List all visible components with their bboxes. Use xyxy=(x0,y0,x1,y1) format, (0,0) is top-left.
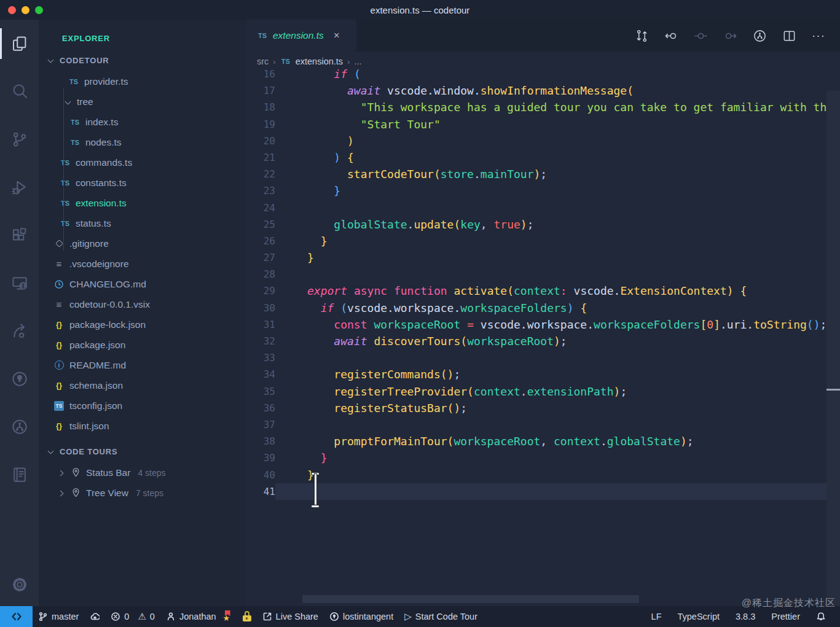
line-text: "This workspace has a guided tour you ca… xyxy=(275,99,840,115)
line-number: 41 xyxy=(246,483,275,500)
chevron-down-icon xyxy=(63,98,72,106)
tree-item-status-ts[interactable]: TSstatus.ts xyxy=(39,213,246,233)
tree-item-codetour-0-0-1-vsix[interactable]: ≡codetour-0.0.1.vsix xyxy=(39,294,246,314)
statusbar-ts-version[interactable]: 3.8.3 xyxy=(728,612,763,621)
typescript-file-icon: TS xyxy=(68,78,79,85)
error-icon xyxy=(111,612,120,621)
tree-item-package-json[interactable]: {}package.json xyxy=(39,335,246,355)
tree-item-commands-ts[interactable]: TScommands.ts xyxy=(39,152,246,173)
tree-item-provider-ts[interactable]: TSprovider.ts xyxy=(39,71,246,92)
tree-item-tree[interactable]: tree xyxy=(39,92,246,112)
statusbar-github-account[interactable]: lostintangent xyxy=(324,606,399,627)
tree-item--vscodeignore[interactable]: ≡.vscodeignore xyxy=(39,254,246,274)
tour-pin-icon xyxy=(71,467,81,478)
chevron-right-icon xyxy=(57,489,66,497)
activity-item-source-control[interactable] xyxy=(0,115,39,163)
statusbar-warning-count: 0 xyxy=(150,612,155,621)
activity-item-extensions[interactable] xyxy=(0,211,39,259)
line-number: 38 xyxy=(246,433,275,450)
tour-item-tree-view[interactable]: Tree View7 steps xyxy=(39,483,246,503)
code-line-20: 20 ) xyxy=(246,133,840,149)
compare-changes-icon[interactable] xyxy=(631,29,652,43)
statusbar-live-share[interactable]: Live Share xyxy=(257,606,324,627)
tree-item-readme-md[interactable]: iREADME.md xyxy=(39,355,246,375)
tour-next-step-icon[interactable] xyxy=(720,29,740,43)
statusbar-notifications[interactable] xyxy=(808,612,834,621)
activity-item-search[interactable] xyxy=(0,68,39,115)
remote-indicator[interactable] xyxy=(0,606,33,627)
cloud-icon xyxy=(90,612,100,621)
activity-spacer xyxy=(0,499,39,563)
vertical-scrollbar[interactable] xyxy=(826,91,840,606)
line-number: 40 xyxy=(246,467,275,483)
section-code-tours[interactable]: CODE TOURS xyxy=(39,440,246,462)
line-number: 16 xyxy=(246,66,275,82)
tree-item--gitignore[interactable]: .gitignore xyxy=(39,233,246,254)
tab-extension-ts[interactable]: TS extension.ts × xyxy=(246,20,356,52)
breadcrumb-file[interactable]: extension.ts xyxy=(296,56,343,66)
tree-item-tslint-json[interactable]: {}tslint.json xyxy=(39,416,246,436)
code-area[interactable]: 16 if (17 await vscode.window.showInform… xyxy=(246,66,840,500)
statusbar-language-mode[interactable]: TypeScript xyxy=(670,612,728,621)
tour-previous-step-icon[interactable] xyxy=(661,29,681,43)
file-tree: TSprovider.tstreeTSindex.tsTSnodes.tsTSc… xyxy=(39,71,246,436)
tree-item-changelog-md[interactable]: CHANGELOG.md xyxy=(39,274,246,294)
statusbar-formatter[interactable]: Prettier xyxy=(763,612,808,621)
file-name: .vscodeignore xyxy=(69,259,129,270)
tree-item-package-lock-json[interactable]: {}package-lock.json xyxy=(39,314,246,335)
activity-item-settings[interactable] xyxy=(0,563,39,606)
tour-item-status-bar[interactable]: Status Bar4 steps xyxy=(39,462,246,483)
section-codetour[interactable]: CODETOUR xyxy=(39,49,246,71)
editor-actions: ··· xyxy=(631,20,840,52)
line-number: 23 xyxy=(246,182,275,199)
file-name: status.ts xyxy=(76,218,111,229)
code-line-21: 21 ) { xyxy=(246,149,840,166)
activity-item-explorer[interactable] xyxy=(0,20,39,68)
bell-icon xyxy=(816,612,826,621)
statusbar-problems[interactable]: 0⚠0 xyxy=(105,606,160,627)
titlebar: extension.ts — codetour xyxy=(0,0,840,20)
code-line-34: 34 registerCommands(); xyxy=(246,366,840,383)
split-editor-icon[interactable] xyxy=(779,29,799,43)
typescript-file-icon: TS xyxy=(257,32,268,39)
tree-item-constants-ts[interactable]: TSconstants.ts xyxy=(39,173,246,193)
line-text: await discoverTours(workspaceRoot); xyxy=(275,333,840,349)
file-name: README.md xyxy=(69,360,126,371)
line-text: ) { xyxy=(275,149,840,166)
activity-item-codetour[interactable] xyxy=(0,403,39,451)
statusbar-start-code-tour[interactable]: ▷Start Code Tour xyxy=(399,606,483,627)
code-line-27: 27} xyxy=(246,249,840,266)
horizontal-scrollbar[interactable] xyxy=(302,595,639,603)
statusbar-eol[interactable]: LF xyxy=(643,612,670,621)
explorer-pane-title: EXPLORER xyxy=(39,28,246,49)
line-number: 32 xyxy=(246,333,275,349)
line-text: await vscode.window.showInformationMessa… xyxy=(275,82,840,99)
tree-item-index-ts[interactable]: TSindex.ts xyxy=(39,112,246,132)
activity-item-live-share[interactable] xyxy=(0,307,39,355)
tree-indent-guide xyxy=(63,88,64,251)
breadcrumb-symbol[interactable]: ... xyxy=(354,56,361,66)
statusbar-git-branch[interactable]: master xyxy=(33,606,84,627)
activity-item-notebook[interactable] xyxy=(0,451,39,499)
more-actions-icon[interactable]: ··· xyxy=(808,29,829,42)
statusbar-eol-label: LF xyxy=(651,612,662,621)
close-tab-icon[interactable]: × xyxy=(334,29,340,42)
tour-name: Tree View xyxy=(86,488,128,499)
file-name: CHANGELOG.md xyxy=(69,279,146,290)
activity-item-remote-explorer[interactable] xyxy=(0,259,39,307)
typescript-file-icon: TS xyxy=(60,200,71,207)
breadcrumb-folder[interactable]: src xyxy=(257,56,269,66)
tour-current-step-icon[interactable] xyxy=(690,29,711,43)
statusbar-live-share-user[interactable]: Jonathan★ xyxy=(160,606,257,627)
tree-item-extension-ts[interactable]: TSextension.ts xyxy=(39,193,246,213)
tree-item-schema-json[interactable]: {}schema.json xyxy=(39,375,246,395)
extensions-icon xyxy=(10,226,29,244)
line-number: 30 xyxy=(246,300,275,316)
tree-item-nodes-ts[interactable]: TSnodes.ts xyxy=(39,132,246,152)
activity-item-github[interactable] xyxy=(0,355,39,403)
tree-item-tsconfig-json[interactable]: TStsconfig.json xyxy=(39,395,246,416)
line-text: if (vscode.workspace.workspaceFolders) { xyxy=(275,300,840,316)
start-tour-icon[interactable] xyxy=(749,29,770,43)
statusbar-sync[interactable] xyxy=(84,606,105,627)
activity-item-run-debug[interactable] xyxy=(0,163,39,211)
